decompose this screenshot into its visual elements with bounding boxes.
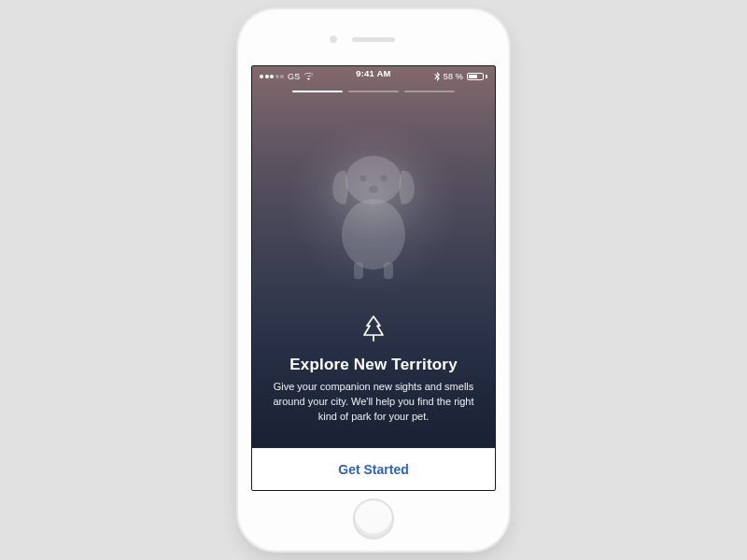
tree-icon	[273, 315, 474, 346]
cta-bar: Get Started	[252, 448, 495, 490]
earpiece-speaker	[352, 37, 395, 42]
progress-segment-1	[292, 91, 343, 92]
get-started-button[interactable]: Get Started	[252, 449, 495, 490]
screen: GS 9:41 AM 58 %	[251, 65, 496, 491]
bluetooth-icon	[434, 72, 440, 81]
status-bar: GS 9:41 AM 58 %	[252, 66, 495, 85]
battery-fill	[469, 75, 477, 78]
dog-silhouette	[252, 122, 495, 309]
svg-point-5	[381, 175, 388, 182]
svg-point-6	[369, 186, 378, 193]
wifi-icon	[303, 73, 314, 80]
svg-rect-2	[354, 262, 363, 279]
progress-segment-2	[348, 91, 399, 92]
svg-point-1	[345, 156, 402, 204]
svg-point-4	[360, 175, 367, 182]
svg-point-0	[342, 199, 405, 270]
carrier-label: GS	[288, 72, 300, 81]
front-camera	[330, 35, 337, 43]
battery-percent-label: 58 %	[444, 72, 463, 81]
onboarding-progress	[252, 91, 495, 92]
battery-icon	[467, 73, 487, 80]
progress-segment-3	[404, 91, 455, 92]
status-right: 58 %	[434, 72, 487, 81]
signal-dots-icon	[260, 75, 284, 78]
onboarding-content[interactable]: Explore New Territory Give your companio…	[252, 315, 495, 441]
onboarding-body: Give your companion new sights and smell…	[273, 380, 474, 425]
onboarding-title: Explore New Territory	[273, 356, 474, 374]
home-button[interactable]	[353, 498, 394, 539]
iphone-frame: GS 9:41 AM 58 %	[238, 9, 509, 551]
svg-rect-3	[384, 262, 393, 279]
status-left: GS	[260, 72, 314, 81]
stage: GS 9:41 AM 58 %	[0, 0, 747, 560]
